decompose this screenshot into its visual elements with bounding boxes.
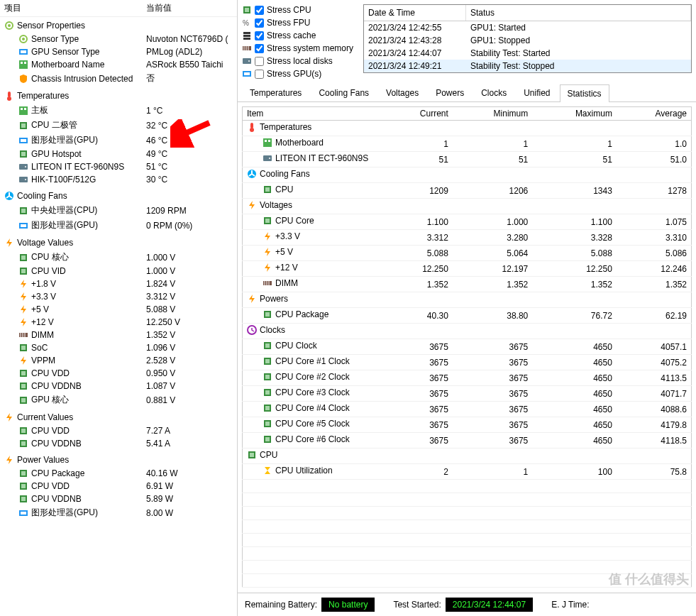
- stats-item-row[interactable]: CPU Core #4 Clock3675367546504088.6: [243, 402, 692, 417]
- log-datetime: 2021/3/24 12:42:55: [364, 21, 466, 34]
- sensor-tree-panel[interactable]: 项目 当前值 Sensor PropertiesSensor TypeNuvot…: [0, 0, 238, 616]
- stats-minimum: 3675: [453, 402, 532, 417]
- stats-item-row[interactable]: LITEON IT ECT-960N9S51515151.0: [243, 152, 692, 167]
- stats-current: 1209: [385, 183, 453, 199]
- sensor-row[interactable]: SoC1.096 V: [4, 341, 233, 354]
- svg-point-68: [248, 60, 250, 62]
- tab-statistics[interactable]: Statistics: [560, 84, 609, 102]
- stats-item-row[interactable]: CPU Clock3675367546504057.1: [243, 339, 692, 355]
- tab-clocks[interactable]: Clocks: [473, 84, 514, 101]
- stats-item-row[interactable]: CPU Core #5 Clock3675367546504179.8: [243, 417, 692, 433]
- sensor-row[interactable]: VPPM2.528 V: [4, 354, 233, 367]
- stats-item-row[interactable]: CPU Package40.3038.8076.7262.19: [243, 308, 692, 324]
- log-row[interactable]: 2021/3/24 12:43:28GPU1: Stopped: [364, 34, 691, 47]
- section-current-values[interactable]: Current Values: [4, 410, 233, 424]
- tab-powers[interactable]: Powers: [428, 84, 472, 101]
- sensor-row[interactable]: CPU VID1.000 V: [4, 265, 233, 277]
- stats-column-header[interactable]: Minimum: [453, 107, 532, 121]
- sensor-row[interactable]: 图形处理器(GPU)46 °C: [4, 133, 233, 148]
- stress-checkbox[interactable]: [255, 31, 264, 40]
- log-row[interactable]: 2021/3/24 12:49:21Stability Test: Stoppe…: [364, 60, 691, 72]
- stats-column-header[interactable]: Current: [385, 107, 453, 121]
- stats-item-row[interactable]: +12 V12.25012.19712.25012.246: [243, 261, 692, 277]
- sensor-row[interactable]: +12 V12.250 V: [4, 316, 233, 329]
- sensor-row[interactable]: GPU Sensor TypePMLog (ADL2): [4, 45, 233, 58]
- stats-item-row[interactable]: DIMM1.3521.3521.3521.352: [243, 277, 692, 292]
- tab-cooling-fans[interactable]: Cooling Fans: [311, 84, 377, 101]
- stats-item-row[interactable]: CPU Utilization2110075.8: [243, 464, 692, 480]
- sensor-row[interactable]: CPU VDDNB5.41 A: [4, 437, 233, 450]
- sensor-row[interactable]: Sensor TypeNuvoton NCT6796D (: [4, 33, 233, 45]
- stats-group-row[interactable]: Voltages: [243, 199, 692, 214]
- stress-checkbox[interactable]: [255, 57, 264, 66]
- section-power-values[interactable]: Power Values: [4, 453, 233, 467]
- section-sensor-properties[interactable]: Sensor Properties: [4, 18, 233, 33]
- stats-group-row[interactable]: Powers: [243, 292, 692, 308]
- tab-unified[interactable]: Unified: [516, 84, 558, 101]
- stats-item-row[interactable]: +5 V5.0885.0645.0885.086: [243, 246, 692, 261]
- sensor-row[interactable]: CPU 二极管32 °C: [4, 118, 233, 133]
- fan-icon: [247, 169, 257, 179]
- sensor-label: +3.3 V: [31, 292, 56, 302]
- stress-checkbox[interactable]: [255, 18, 264, 28]
- tab-voltages[interactable]: Voltages: [378, 84, 426, 101]
- statistics-table[interactable]: ItemCurrentMinimumMaximumAverage Tempera…: [242, 106, 692, 588]
- stress-checkbox[interactable]: [255, 6, 264, 15]
- sensor-row[interactable]: CPU VDD0.950 V: [4, 367, 233, 380]
- stats-item-row[interactable]: CPU Core #3 Clock3675367546504071.7: [243, 386, 692, 402]
- sensor-row[interactable]: GPU 核心0.881 V: [4, 392, 233, 407]
- stats-group-row[interactable]: Clocks: [243, 324, 692, 339]
- sensor-row[interactable]: GPU Hotspot49 °C: [4, 148, 233, 160]
- sensor-row[interactable]: CPU Package40.16 W: [4, 467, 233, 480]
- sensor-row[interactable]: 主板1 °C: [4, 103, 233, 118]
- log-row[interactable]: 2021/3/24 12:44:07Stability Test: Starte…: [364, 47, 691, 60]
- stress-checkbox[interactable]: [255, 70, 264, 79]
- stats-item-name: +5 V: [275, 247, 293, 257]
- sensor-row[interactable]: HIK-T100F/512G30 °C: [4, 173, 233, 186]
- sensor-row[interactable]: Motherboard NameASRock B550 Taichi: [4, 58, 233, 71]
- sensor-row[interactable]: Chassis Intrusion Detected否: [4, 71, 233, 86]
- stats-group-row[interactable]: CPU: [243, 449, 692, 464]
- section-voltage-values[interactable]: Voltage Values: [4, 236, 233, 250]
- sensor-row[interactable]: CPU VDDNB5.89 W: [4, 493, 233, 505]
- statistics-container[interactable]: ItemCurrentMinimumMaximumAverage Tempera…: [238, 102, 696, 593]
- stress-option: Stress CPU: [242, 4, 359, 16]
- sensor-row[interactable]: DIMM1.352 V: [4, 329, 233, 341]
- sensor-row[interactable]: 图形处理器(GPU)8.00 W: [4, 505, 233, 520]
- log-table[interactable]: Date & Time Status 2021/3/24 12:42:55GPU…: [363, 4, 692, 73]
- sensor-row[interactable]: CPU VDD6.91 W: [4, 480, 233, 493]
- sensor-row[interactable]: LITEON IT ECT-960N9S51 °C: [4, 160, 233, 173]
- sensor-row[interactable]: +3.3 V3.312 V: [4, 290, 233, 303]
- section-cooling-fans[interactable]: Cooling Fans: [4, 189, 233, 203]
- sensor-row[interactable]: 中央处理器(CPU)1209 RPM: [4, 203, 233, 218]
- stats-item-row[interactable]: CPU Core #1 Clock3675367546504075.2: [243, 355, 692, 370]
- tab-temperatures[interactable]: Temperatures: [242, 84, 309, 101]
- stress-checkbox[interactable]: [255, 44, 264, 53]
- stats-item-row[interactable]: +3.3 V3.3123.2803.3283.310: [243, 230, 692, 246]
- stats-item-row[interactable]: CPU1209120613431278: [243, 183, 692, 199]
- sensor-row[interactable]: +1.8 V1.824 V: [4, 277, 233, 290]
- stats-item-row[interactable]: CPU Core1.1001.0001.1001.075: [243, 214, 692, 230]
- empty-row: [243, 507, 692, 520]
- sensor-value: 0 RPM (0%): [146, 221, 233, 231]
- stats-item-row[interactable]: CPU Core #2 Clock3675367546504113.5: [243, 370, 692, 386]
- stats-group-row[interactable]: Temperatures: [243, 121, 692, 136]
- stats-column-header[interactable]: Item: [243, 107, 385, 121]
- sensor-row[interactable]: +5 V5.088 V: [4, 303, 233, 316]
- stats-column-header[interactable]: Maximum: [532, 107, 617, 121]
- stats-group-row[interactable]: Cooling Fans: [243, 167, 692, 183]
- stats-average: 3.310: [617, 230, 692, 246]
- section-temperatures[interactable]: Temperatures: [4, 89, 233, 103]
- sensor-row[interactable]: 图形处理器(GPU)0 RPM (0%): [4, 218, 233, 233]
- stats-item-row[interactable]: CPU Core #6 Clock3675367546504118.5: [243, 433, 692, 449]
- sensor-icon: [18, 34, 28, 44]
- stats-column-header[interactable]: Average: [617, 107, 692, 121]
- sensor-row[interactable]: CPU VDDNB1.087 V: [4, 380, 233, 392]
- sensor-row[interactable]: CPU VDD7.27 A: [4, 424, 233, 437]
- stats-maximum: 4650: [532, 433, 617, 449]
- svg-point-10: [7, 97, 11, 101]
- log-row[interactable]: 2021/3/24 12:42:55GPU1: Started: [364, 21, 691, 34]
- sensor-row[interactable]: CPU 核心1.000 V: [4, 250, 233, 265]
- stats-item-name: DIMM: [275, 278, 298, 288]
- stats-item-row[interactable]: Motherboard1111.0: [243, 136, 692, 152]
